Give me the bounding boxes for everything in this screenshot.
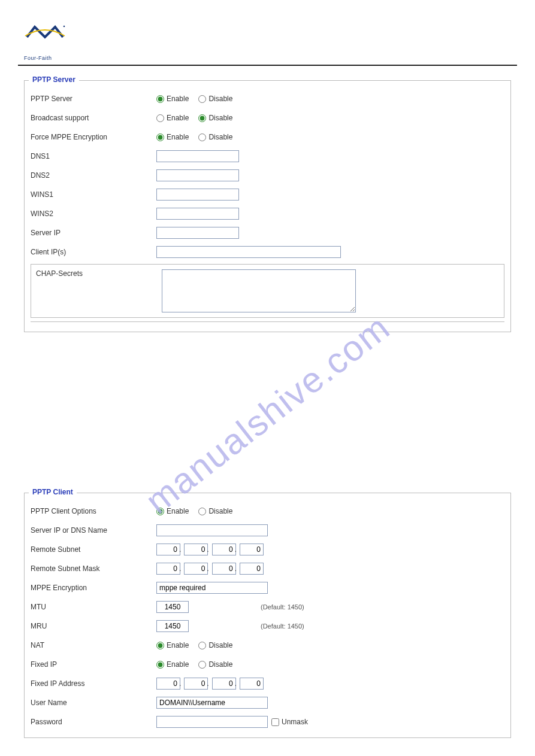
nat-disable[interactable]: Disable [198, 641, 232, 649]
dns2-input[interactable] [156, 169, 239, 181]
radio-nat-disable[interactable] [198, 642, 206, 649]
radio-broadcast-disable[interactable] [198, 114, 206, 122]
client-ips-input[interactable] [156, 246, 341, 258]
unmask-check[interactable] [271, 718, 279, 726]
mppe-enable[interactable]: Enable [156, 133, 189, 141]
mppe-disable[interactable]: Disable [198, 133, 232, 141]
label-dns2: DNS2 [31, 171, 156, 180]
remote-mask-o4[interactable] [240, 563, 264, 575]
password-input[interactable] [156, 716, 268, 728]
radio-mppe-disable[interactable] [198, 133, 206, 141]
broadcast-enable[interactable]: Enable [156, 114, 189, 122]
remote-subnet-o1[interactable] [156, 544, 180, 555]
nat-enable[interactable]: Enable [156, 641, 189, 649]
remote-mask-o2[interactable] [184, 563, 208, 575]
remote-subnet-o3[interactable] [212, 544, 236, 555]
fixedip-o3[interactable] [212, 678, 236, 690]
chap-secrets-box: CHAP-Secrets [31, 264, 504, 318]
label-fixedip: Fixed IP [31, 660, 156, 669]
label-remote-subnet: Remote Subnet [31, 545, 156, 554]
pptp-server-enable[interactable]: Enable [156, 95, 189, 103]
radio-pptp-server-enable[interactable] [156, 95, 164, 103]
radio-broadcast-enable[interactable] [156, 114, 164, 122]
divider [31, 321, 504, 326]
label-nat: NAT [31, 641, 156, 649]
label-mru: MRU [31, 622, 156, 630]
label-dns1: DNS1 [31, 152, 156, 160]
server-ip-input[interactable] [156, 227, 239, 239]
label-broadcast: Broadcast support [31, 114, 156, 122]
remote-mask-o3[interactable] [212, 563, 236, 575]
mtu-input[interactable] [156, 601, 189, 613]
mppe-enc-input[interactable] [156, 582, 268, 594]
unmask-checkbox[interactable]: Unmask [271, 718, 308, 726]
logo-text: Four-Faith [24, 55, 517, 61]
label-pptp-server: PPTP Server [31, 95, 156, 103]
wins2-input[interactable] [156, 208, 239, 220]
page-header: Four-Faith [18, 24, 517, 66]
radio-fixedip-enable[interactable] [156, 661, 164, 669]
mru-input[interactable] [156, 620, 189, 632]
mru-hint: (Default: 1450) [261, 623, 304, 630]
wins1-input[interactable] [156, 189, 239, 201]
chap-secrets-textarea[interactable] [162, 269, 356, 312]
broadcast-disable[interactable]: Disable [198, 114, 232, 122]
label-server-ip: Server IP [31, 229, 156, 237]
label-client-options: PPTP Client Options [31, 507, 156, 515]
logo [24, 24, 66, 54]
server-dns-input[interactable] [156, 524, 268, 536]
label-password: Password [31, 718, 156, 726]
label-client-ips: Client IP(s) [31, 248, 156, 256]
fixedip-enable[interactable]: Enable [156, 660, 189, 669]
label-server-dns: Server IP or DNS Name [31, 526, 156, 535]
mtu-hint: (Default: 1450) [261, 603, 304, 611]
fixedip-disable[interactable]: Disable [198, 660, 232, 669]
radio-mppe-enable[interactable] [156, 133, 164, 141]
label-mppe: Force MPPE Encryption [31, 133, 156, 141]
pptp-client-title: PPTP Client [29, 487, 77, 497]
client-options-disable[interactable]: Disable [198, 507, 232, 515]
label-username: User Name [31, 699, 156, 707]
remote-subnet-o4[interactable] [240, 544, 264, 555]
fixedip-o1[interactable] [156, 678, 180, 690]
remote-subnet-o2[interactable] [184, 544, 208, 555]
radio-pptp-server-disable[interactable] [198, 95, 206, 103]
pptp-server-panel: PPTP Server Enable Disable Broadcast sup… [24, 80, 511, 332]
username-input[interactable] [156, 697, 268, 709]
pptp-server-disable[interactable]: Disable [198, 95, 232, 103]
radio-nat-enable[interactable] [156, 642, 164, 649]
dns1-input[interactable] [156, 150, 239, 162]
svg-point-0 [64, 26, 65, 28]
label-wins2: WINS2 [31, 210, 156, 218]
pptp-client-panel: PPTP Client Options Enable Disable Serve… [24, 493, 511, 738]
radio-fixedip-disable[interactable] [198, 661, 206, 669]
label-chap-secrets: CHAP-Secrets [36, 269, 162, 278]
label-remote-mask: Remote Subnet Mask [31, 564, 156, 573]
radio-client-enable[interactable] [156, 508, 164, 515]
radio-client-disable[interactable] [198, 508, 206, 515]
label-mtu: MTU [31, 603, 156, 611]
label-mppe-enc: MPPE Encryption [31, 584, 156, 592]
label-wins1: WINS1 [31, 190, 156, 199]
remote-mask-o1[interactable] [156, 563, 180, 575]
label-fixedip-addr: Fixed IP Address [31, 679, 156, 688]
fixedip-o4[interactable] [240, 678, 264, 690]
fixedip-o2[interactable] [184, 678, 208, 690]
client-options-enable[interactable]: Enable [156, 507, 189, 515]
pptp-server-title: PPTP Server [29, 74, 79, 85]
